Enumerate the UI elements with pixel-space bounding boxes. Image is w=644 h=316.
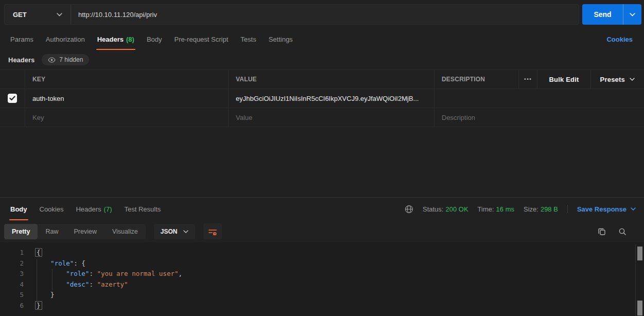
- format-dropdown[interactable]: JSON: [154, 224, 196, 239]
- more-options-button[interactable]: •••: [518, 70, 537, 89]
- tab-label: Headers: [76, 205, 101, 213]
- chevron-down-icon: [57, 13, 62, 16]
- view-pretty[interactable]: Pretty: [4, 224, 38, 239]
- code-lines: 1{2 "role": {3 "role": "you are normal u…: [0, 248, 644, 311]
- send-button[interactable]: Send: [582, 4, 623, 25]
- url-input[interactable]: [71, 5, 579, 24]
- tab-label: Authorization: [46, 36, 85, 43]
- column-description-cell: DESCRIPTION ••• Bulk Edit Presets: [434, 70, 644, 89]
- send-split-button: Send: [582, 4, 641, 25]
- eye-icon: [48, 57, 56, 63]
- column-key: KEY: [25, 70, 228, 89]
- response-tab-headers[interactable]: Headers (7): [69, 198, 118, 220]
- tab-label: Pre-request Script: [175, 36, 229, 43]
- size-item: Size:298 B: [524, 205, 558, 213]
- status-label: Status:: [423, 205, 443, 213]
- header-description-cell[interactable]: [434, 89, 644, 108]
- new-key-cell: [25, 108, 228, 127]
- view-mode-switch: Pretty Raw Preview Visualize: [4, 224, 146, 239]
- tab-pre-request-script[interactable]: Pre-request Script: [168, 29, 235, 50]
- tab-label: Body: [147, 36, 162, 43]
- url-bar: GET: [4, 4, 579, 25]
- header-value: eyJhbGciOiJIUzI1NiIsInR5cCI6IkpXVCJ9.eyJ…: [236, 95, 419, 102]
- request-bar: GET Send: [0, 0, 644, 29]
- postman-window: GET Send Params Authorization Headers (8…: [0, 0, 644, 316]
- chevron-down-icon: [631, 207, 636, 210]
- response-body-editor[interactable]: 1{2 "role": {3 "role": "you are normal u…: [0, 242, 644, 316]
- format-label: JSON: [161, 228, 178, 235]
- new-key-input[interactable]: [32, 114, 221, 121]
- response-toolbar: Pretty Raw Preview Visualize JSON: [0, 220, 644, 242]
- save-response-label: Save Response: [577, 205, 626, 213]
- scrollbar-marker: [637, 301, 642, 315]
- tab-count: (7): [104, 205, 112, 213]
- tab-label: Test Results: [125, 205, 161, 213]
- method-selector[interactable]: GET: [5, 5, 71, 24]
- tab-label: Settings: [269, 36, 293, 43]
- wrap-text-button[interactable]: [203, 223, 222, 239]
- copy-icon[interactable]: [598, 227, 606, 236]
- tab-authorization[interactable]: Authorization: [40, 29, 91, 50]
- row-select-cell: [0, 89, 25, 108]
- headers-subheader: Headers 7 hidden: [0, 50, 644, 69]
- request-tabs: Params Authorization Headers (8) Body Pr…: [0, 29, 644, 50]
- headers-title: Headers: [8, 56, 34, 64]
- size-value: 298 B: [541, 205, 558, 213]
- table-new-row: [0, 108, 644, 127]
- tab-label: Headers: [97, 36, 124, 43]
- header-select-cell: [0, 70, 25, 89]
- table-header-controls: ••• Bulk Edit Presets: [518, 70, 644, 89]
- header-key-cell[interactable]: auth-token: [25, 89, 228, 108]
- globe-icon[interactable]: [405, 205, 413, 214]
- tab-count: (8): [126, 36, 134, 43]
- tab-body[interactable]: Body: [141, 29, 168, 50]
- presets-label: Presets: [600, 76, 625, 83]
- response-tabs-row: Body Cookies Headers (7) Test Results St…: [0, 198, 644, 220]
- response-tab-cookies[interactable]: Cookies: [33, 198, 70, 220]
- search-icon[interactable]: [618, 227, 626, 236]
- indent-guide: [37, 259, 37, 301]
- hidden-headers-label: 7 hidden: [59, 56, 83, 63]
- header-value-cell[interactable]: eyJhbGciOiJIUzI1NiIsInR5cCI6IkpXVCJ9.eyJ…: [228, 89, 434, 108]
- time-label: Time:: [478, 205, 494, 213]
- text-wrap-icon: [208, 228, 217, 235]
- tab-label: Body: [10, 205, 27, 213]
- tab-headers[interactable]: Headers (8): [91, 29, 141, 50]
- hidden-headers-toggle[interactable]: 7 hidden: [42, 54, 89, 65]
- status-item: Status:200 OK: [423, 205, 468, 213]
- editor-scrollbar[interactable]: [635, 244, 644, 316]
- more-options-icon: •••: [524, 77, 532, 82]
- new-description-input[interactable]: [434, 114, 644, 121]
- chevron-down-icon: [630, 13, 635, 16]
- cookies-link[interactable]: Cookies: [606, 36, 633, 43]
- table-header-row: KEY VALUE DESCRIPTION ••• Bulk Edit Pres…: [0, 70, 644, 89]
- new-value-input[interactable]: [236, 114, 427, 121]
- empty-area: [0, 127, 644, 197]
- view-raw[interactable]: Raw: [38, 224, 66, 239]
- status-value: 200 OK: [445, 205, 468, 213]
- tab-settings[interactable]: Settings: [263, 29, 299, 50]
- response-pane: Body Cookies Headers (7) Test Results St…: [0, 197, 644, 316]
- response-tab-test-results[interactable]: Test Results: [118, 198, 167, 220]
- tab-label: Tests: [240, 36, 256, 43]
- send-options-button[interactable]: [623, 4, 641, 25]
- column-value: VALUE: [228, 70, 434, 89]
- chevron-down-icon: [630, 78, 635, 81]
- new-value-cell: [228, 108, 434, 127]
- tab-params[interactable]: Params: [4, 29, 40, 50]
- view-preview[interactable]: Preview: [66, 224, 104, 239]
- row-checkbox[interactable]: [8, 94, 17, 103]
- time-value: 16 ms: [496, 205, 514, 213]
- new-description-cell: [434, 108, 644, 127]
- method-label: GET: [13, 11, 27, 19]
- save-response-button[interactable]: Save Response: [577, 205, 636, 213]
- view-visualize[interactable]: Visualize: [105, 224, 146, 239]
- presets-dropdown[interactable]: Presets: [590, 70, 644, 89]
- chevron-down-icon: [183, 230, 188, 233]
- tab-tests[interactable]: Tests: [234, 29, 262, 50]
- table-row: auth-token eyJhbGciOiJIUzI1NiIsInR5cCI6I…: [0, 89, 644, 108]
- response-tab-body[interactable]: Body: [4, 198, 33, 220]
- bulk-edit-button[interactable]: Bulk Edit: [537, 70, 590, 89]
- scrollbar-thumb[interactable]: [637, 247, 642, 260]
- time-item: Time:16 ms: [478, 205, 514, 213]
